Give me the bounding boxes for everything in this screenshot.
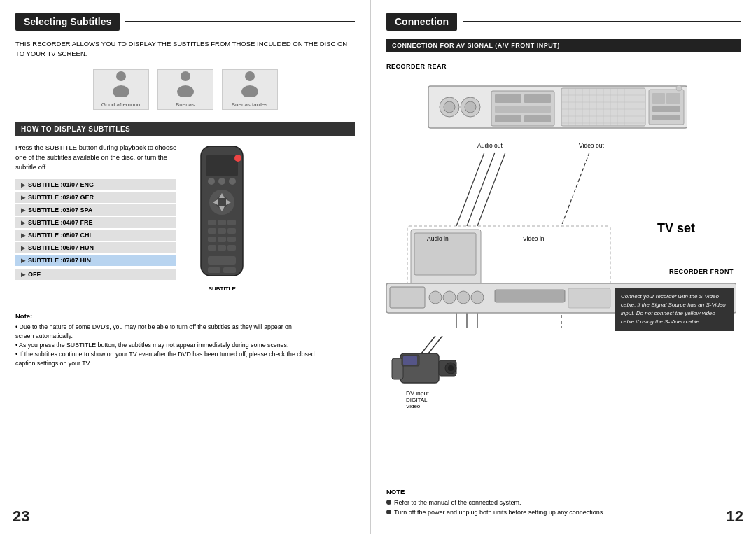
- character-figure-3: [239, 71, 261, 100]
- svg-point-2: [181, 71, 190, 81]
- subtitle-item-5: ▶ SUBTITLE :05/07 CHI: [15, 230, 176, 241]
- subtitle-item-4: ▶ SUBTITLE :04/07 FRE: [15, 217, 176, 228]
- right-section-line: [463, 21, 741, 22]
- subtitle-item-6: ▶ SUBTITLE :06/07 HUN: [15, 242, 176, 253]
- svg-point-35: [444, 101, 455, 113]
- dv-input-area: DV input DIGITAL Video: [386, 329, 470, 409]
- svg-rect-93: [392, 358, 403, 379]
- subtitle-item-3: ▶ SUBTITLE :03/07 SPA: [15, 204, 176, 216]
- character-box-2: Buenas: [158, 69, 214, 110]
- svg-rect-63: [652, 115, 680, 120]
- svg-point-4: [245, 71, 255, 81]
- note-box-text: Connect your recorder with the S-Video c…: [621, 293, 726, 325]
- svg-rect-25: [218, 237, 226, 242]
- svg-rect-21: [208, 228, 216, 234]
- svg-rect-23: [227, 228, 236, 234]
- svg-point-5: [241, 85, 258, 97]
- svg-rect-77: [390, 287, 425, 308]
- svg-rect-41: [495, 106, 551, 113]
- svg-line-67: [477, 153, 505, 226]
- svg-rect-31: [208, 267, 220, 273]
- arrow-7: ▶: [21, 258, 25, 264]
- connection-sub-header: CONNECTION FOR AV SIGNAL (A/V FRONT INPU…: [386, 39, 741, 52]
- bullet-2: [386, 510, 391, 514]
- svg-point-64: [676, 85, 682, 91]
- recorder-rear-unit: [428, 76, 734, 140]
- right-page-number: 12: [727, 507, 743, 526]
- svg-point-16: [218, 178, 225, 185]
- character-figure-2: [174, 71, 197, 100]
- left-divider: [15, 302, 355, 302]
- svg-rect-60: [652, 93, 665, 104]
- svg-rect-7: [206, 155, 238, 176]
- svg-point-92: [448, 365, 454, 371]
- svg-line-66: [467, 153, 495, 226]
- subtitle-item-7: ▶ SUBTITLE :07/07 HIN: [15, 255, 176, 266]
- right-panel: Connection CONNECTION FOR AV SIGNAL (A/V…: [371, 0, 756, 534]
- character-box-1: Good afternoon: [93, 69, 149, 110]
- svg-point-81: [471, 291, 484, 304]
- characters-row: Good afternoon Buenas Bu: [15, 69, 355, 110]
- svg-rect-40: [524, 94, 551, 103]
- audio-in-label: Audio in: [427, 235, 449, 242]
- note-3: • If the subtitles continue to show on y…: [15, 350, 355, 368]
- bottom-note-title: NOTE: [386, 488, 743, 496]
- recorder-rear-label: RECORDER REAR: [386, 63, 447, 70]
- svg-rect-20: [227, 220, 236, 225]
- svg-rect-95: [403, 356, 417, 365]
- subtitle-list: ▶ SUBTITLE :01/07 ENG ▶ SUBTITLE :02/07 …: [15, 179, 176, 280]
- right-section-header: Connection: [386, 13, 741, 31]
- svg-rect-22: [218, 228, 226, 234]
- svg-point-8: [234, 155, 241, 162]
- svg-rect-32: [223, 267, 236, 273]
- bullet-1: [386, 500, 391, 505]
- svg-rect-62: [652, 106, 680, 112]
- character-figure-1: [110, 71, 132, 100]
- svg-rect-39: [495, 94, 522, 103]
- bottom-note-item-2: Turn off the power and unplug both units…: [386, 508, 743, 517]
- subtitle-button-label: SUBTITLE: [190, 286, 253, 292]
- svg-point-0: [116, 71, 126, 81]
- character-label-1: Good afternoon: [102, 101, 141, 108]
- recorder-front-label: RECORDER FRONT: [669, 268, 734, 275]
- notes-section: Note: • Due to the nature of some DVD's,…: [15, 312, 355, 369]
- svg-line-97: [428, 336, 442, 353]
- bottom-note-text-1: Refer to the manual of the connected sys…: [394, 498, 522, 507]
- svg-rect-83: [568, 288, 610, 308]
- svg-rect-18: [208, 220, 216, 225]
- svg-rect-43: [524, 115, 551, 122]
- subtitle-off: ▶ OFF: [15, 269, 176, 280]
- right-section-title: Connection: [386, 13, 457, 31]
- video-in-label: Video in: [523, 235, 545, 242]
- arrow-4: ▶: [21, 220, 25, 226]
- svg-rect-30: [208, 256, 236, 265]
- tv-set-label: TV set: [657, 221, 695, 236]
- left-panel: Selecting Subtitles THIS RECORDER ALLOWS…: [0, 0, 371, 534]
- note-box: Connect your recorder with the S-Video c…: [615, 288, 734, 331]
- svg-rect-82: [495, 290, 565, 302]
- character-label-2: Buenas: [176, 101, 195, 108]
- digital-label: DIGITAL: [406, 397, 470, 403]
- svg-rect-29: [227, 245, 236, 251]
- how-to-text: Press the SUBTITLE button during playbac…: [15, 143, 176, 173]
- svg-point-79: [443, 291, 456, 304]
- arrow-5: ▶: [21, 232, 25, 239]
- subtitle-item-2: ▶ SUBTITLE :02/07 GER: [15, 192, 176, 203]
- svg-rect-27: [208, 245, 216, 251]
- svg-point-78: [429, 291, 442, 304]
- arrow-2: ▶: [21, 195, 25, 201]
- intro-text: THIS RECORDER ALLOWS YOU TO DISPLAY THE …: [15, 39, 355, 59]
- character-box-3: Buenas tardes: [222, 69, 278, 110]
- left-section-title: Selecting Subtitles: [15, 13, 120, 31]
- character-label-3: Buenas tardes: [232, 101, 268, 108]
- note-1: • Due to the nature of some DVD's, you m…: [15, 323, 355, 341]
- svg-line-65: [456, 153, 484, 226]
- arrow-3: ▶: [21, 207, 25, 213]
- svg-point-3: [177, 85, 194, 97]
- bottom-note-item-1: Refer to the manual of the connected sys…: [386, 498, 743, 507]
- page: Selecting Subtitles THIS RECORDER ALLOWS…: [0, 0, 756, 534]
- camcorder-svg: [386, 329, 470, 392]
- bottom-note-text-2: Turn off the power and unplug both units…: [394, 508, 605, 517]
- arrow-off: ▶: [21, 272, 25, 278]
- svg-rect-61: [666, 93, 680, 104]
